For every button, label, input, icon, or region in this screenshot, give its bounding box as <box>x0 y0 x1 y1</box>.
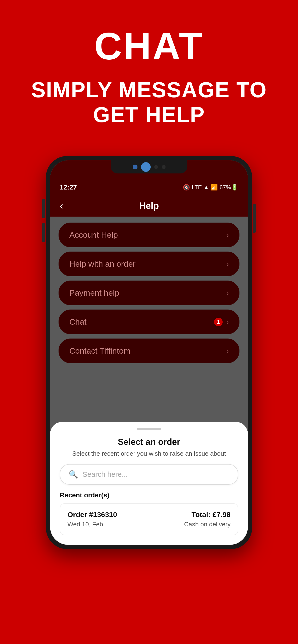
payment-help-label: Payment help <box>69 288 119 298</box>
camera-notch <box>111 160 187 174</box>
navigation-bar: ‹ Help <box>50 195 248 216</box>
chevron-right-icon-4: › <box>226 318 229 326</box>
search-bar[interactable]: 🔍 Search here... <box>60 464 238 485</box>
order-number: Order #136310 <box>67 510 117 519</box>
chevron-right-icon-2: › <box>226 260 229 268</box>
payment-help-item[interactable]: Payment help › <box>59 280 239 305</box>
selfie-camera-lens <box>141 162 151 172</box>
sheet-title: Select an order <box>60 437 238 447</box>
volume-down-button <box>42 223 45 242</box>
status-time: 12:27 <box>60 184 77 191</box>
order-payment-method: Cash on delivery <box>184 520 231 528</box>
phone-mockup: 12:27 🔇 LTE ▲ 📶 67%🔋 ‹ Help Account Help… <box>46 156 252 549</box>
chat-right: 1 › <box>214 318 229 326</box>
front-camera <box>133 164 137 170</box>
screen-title: Help <box>139 201 159 211</box>
account-help-label: Account Help <box>69 230 118 240</box>
phone-frame: 12:27 🔇 LTE ▲ 📶 67%🔋 ‹ Help Account Help… <box>46 156 252 549</box>
top-notch-area <box>50 160 248 180</box>
contact-right: › <box>226 347 229 355</box>
hero-title: CHAT <box>94 24 204 68</box>
chevron-right-icon-3: › <box>226 289 229 297</box>
sensor-dot <box>154 165 158 169</box>
account-help-item[interactable]: Account Help › <box>59 222 239 247</box>
empty-area <box>50 369 248 422</box>
hero-subtitle: SIMPLY MESSAGE TO GET HELP <box>0 78 298 127</box>
phone-screen: 12:27 🔇 LTE ▲ 📶 67%🔋 ‹ Help Account Help… <box>50 160 248 545</box>
contact-label: Contact Tiffintom <box>69 346 130 356</box>
chat-badge: 1 <box>214 318 223 326</box>
bottom-sheet: Select an order Select the recent order … <box>50 422 248 545</box>
sheet-handle <box>137 428 161 430</box>
status-icons: 🔇 LTE ▲ 📶 67%🔋 <box>183 184 238 191</box>
account-help-right: › <box>226 231 229 239</box>
status-bar: 12:27 🔇 LTE ▲ 📶 67%🔋 <box>50 180 248 195</box>
help-order-label: Help with an order <box>69 259 135 268</box>
search-icon: 🔍 <box>69 470 78 479</box>
order-date: Wed 10, Feb <box>67 520 117 528</box>
chat-label: Chat <box>69 317 87 326</box>
help-order-item[interactable]: Help with an order › <box>59 252 239 276</box>
search-input[interactable]: Search here... <box>83 470 128 478</box>
power-button <box>253 204 256 233</box>
contact-item[interactable]: Contact Tiffintom › <box>59 338 239 363</box>
recent-orders-label: Recent order(s) <box>60 492 238 499</box>
sheet-subtitle: Select the recent order you wish to rais… <box>60 450 238 457</box>
order-right-info: Total: £7.98 Cash on delivery <box>184 510 231 528</box>
order-total: Total: £7.98 <box>184 510 231 519</box>
chat-item[interactable]: Chat 1 › <box>59 310 239 334</box>
sensor-dot-2 <box>162 165 166 169</box>
order-left-info: Order #136310 Wed 10, Feb <box>67 510 117 528</box>
order-card[interactable]: Order #136310 Wed 10, Feb Total: £7.98 C… <box>60 503 238 535</box>
volume-up-button <box>42 199 45 218</box>
help-menu: Account Help › Help with an order › Paym… <box>50 216 248 369</box>
back-button[interactable]: ‹ <box>60 200 63 212</box>
help-order-right: › <box>226 260 229 268</box>
hero-section: CHAT SIMPLY MESSAGE TO GET HELP <box>0 0 298 142</box>
chevron-right-icon: › <box>226 231 229 239</box>
chevron-right-icon-5: › <box>226 347 229 355</box>
payment-help-right: › <box>226 289 229 297</box>
